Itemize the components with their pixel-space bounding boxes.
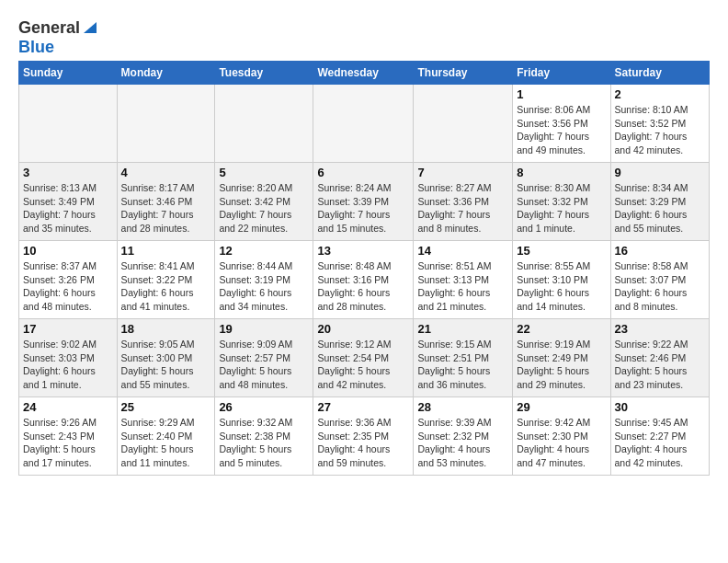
week-row-4: 17Sunrise: 9:02 AMSunset: 3:03 PMDayligh… [19, 319, 710, 397]
calendar-cell: 26Sunrise: 9:32 AMSunset: 2:38 PMDayligh… [215, 397, 313, 476]
day-number: 13 [317, 244, 409, 258]
calendar-cell: 19Sunrise: 9:09 AMSunset: 2:57 PMDayligh… [215, 319, 313, 397]
day-number: 18 [121, 322, 211, 336]
calendar-cell: 29Sunrise: 9:42 AMSunset: 2:30 PMDayligh… [513, 397, 610, 476]
day-info: Sunrise: 9:45 AMSunset: 2:27 PMDaylight:… [615, 416, 705, 470]
calendar-cell [215, 85, 313, 163]
day-info: Sunrise: 8:51 AMSunset: 3:13 PMDaylight:… [417, 259, 508, 314]
calendar-cell [19, 85, 118, 163]
calendar-cell: 17Sunrise: 9:02 AMSunset: 3:03 PMDayligh… [19, 319, 118, 397]
day-info: Sunrise: 8:30 AMSunset: 3:32 PMDaylight:… [517, 181, 606, 236]
calendar-cell: 16Sunrise: 8:58 AMSunset: 3:07 PMDayligh… [610, 241, 709, 319]
day-info: Sunrise: 8:06 AMSunset: 3:56 PMDaylight:… [517, 103, 606, 157]
day-number: 6 [317, 166, 409, 179]
header-friday: Friday [513, 62, 610, 85]
logo: General Blue [18, 18, 98, 57]
day-info: Sunrise: 9:12 AMSunset: 2:54 PMDaylight:… [317, 338, 409, 392]
week-row-1: 1Sunrise: 8:06 AMSunset: 3:56 PMDaylight… [19, 85, 710, 163]
day-number: 8 [517, 166, 606, 179]
day-number: 23 [615, 322, 705, 336]
calendar-cell: 7Sunrise: 8:27 AMSunset: 3:36 PMDaylight… [414, 163, 513, 241]
calendar-cell: 2Sunrise: 8:10 AMSunset: 3:52 PMDaylight… [610, 85, 709, 163]
calendar-cell [117, 85, 215, 163]
day-number: 16 [615, 244, 705, 258]
header-saturday: Saturday [610, 62, 709, 85]
day-number: 30 [615, 400, 705, 414]
day-info: Sunrise: 8:37 AMSunset: 3:26 PMDaylight:… [23, 259, 113, 314]
header-wednesday: Wednesday [313, 62, 414, 85]
calendar-cell: 8Sunrise: 8:30 AMSunset: 3:32 PMDaylight… [513, 163, 610, 241]
day-number: 27 [317, 400, 409, 414]
day-info: Sunrise: 8:44 AMSunset: 3:19 PMDaylight:… [219, 259, 309, 314]
day-info: Sunrise: 9:29 AMSunset: 2:40 PMDaylight:… [121, 416, 211, 470]
calendar-cell: 5Sunrise: 8:20 AMSunset: 3:42 PMDaylight… [215, 163, 313, 241]
day-info: Sunrise: 9:26 AMSunset: 2:43 PMDaylight:… [23, 416, 113, 470]
day-number: 26 [219, 400, 309, 414]
day-info: Sunrise: 8:55 AMSunset: 3:10 PMDaylight:… [517, 259, 606, 314]
header-row: SundayMondayTuesdayWednesdayThursdayFrid… [19, 62, 710, 85]
calendar-cell: 27Sunrise: 9:36 AMSunset: 2:35 PMDayligh… [313, 397, 414, 476]
logo-triangle-icon [82, 20, 98, 35]
calendar-cell: 6Sunrise: 8:24 AMSunset: 3:39 PMDaylight… [313, 163, 414, 241]
day-number: 4 [121, 166, 211, 179]
day-number: 9 [615, 166, 705, 179]
logo-blue-text: Blue [18, 38, 54, 56]
day-number: 29 [517, 400, 606, 414]
day-number: 22 [517, 322, 606, 336]
day-number: 17 [23, 322, 113, 336]
calendar-cell: 3Sunrise: 8:13 AMSunset: 3:49 PMDaylight… [19, 163, 118, 241]
calendar-cell [414, 85, 513, 163]
day-info: Sunrise: 9:05 AMSunset: 3:00 PMDaylight:… [121, 338, 211, 392]
page-header: General Blue [18, 15, 710, 57]
calendar-cell: 10Sunrise: 8:37 AMSunset: 3:26 PMDayligh… [19, 241, 118, 319]
day-info: Sunrise: 8:20 AMSunset: 3:42 PMDaylight:… [219, 181, 309, 236]
calendar-cell: 14Sunrise: 8:51 AMSunset: 3:13 PMDayligh… [414, 241, 513, 319]
calendar-cell: 24Sunrise: 9:26 AMSunset: 2:43 PMDayligh… [19, 397, 118, 476]
day-number: 12 [219, 244, 309, 258]
day-number: 24 [23, 400, 113, 414]
day-info: Sunrise: 9:19 AMSunset: 2:49 PMDaylight:… [517, 338, 606, 392]
day-number: 3 [23, 166, 113, 179]
calendar-cell: 4Sunrise: 8:17 AMSunset: 3:46 PMDaylight… [117, 163, 215, 241]
day-info: Sunrise: 9:39 AMSunset: 2:32 PMDaylight:… [417, 416, 508, 470]
day-info: Sunrise: 9:42 AMSunset: 2:30 PMDaylight:… [517, 416, 606, 470]
day-number: 19 [219, 322, 309, 336]
day-number: 2 [615, 87, 705, 101]
calendar-cell: 30Sunrise: 9:45 AMSunset: 2:27 PMDayligh… [610, 397, 709, 476]
calendar-cell: 15Sunrise: 8:55 AMSunset: 3:10 PMDayligh… [513, 241, 610, 319]
day-number: 28 [417, 400, 508, 414]
week-row-5: 24Sunrise: 9:26 AMSunset: 2:43 PMDayligh… [19, 397, 710, 476]
calendar-cell: 20Sunrise: 9:12 AMSunset: 2:54 PMDayligh… [313, 319, 414, 397]
day-number: 1 [517, 87, 606, 101]
day-info: Sunrise: 8:10 AMSunset: 3:52 PMDaylight:… [615, 103, 705, 157]
day-info: Sunrise: 8:17 AMSunset: 3:46 PMDaylight:… [121, 181, 211, 236]
day-number: 5 [219, 166, 309, 179]
week-row-3: 10Sunrise: 8:37 AMSunset: 3:26 PMDayligh… [19, 241, 710, 319]
header-thursday: Thursday [414, 62, 513, 85]
calendar-cell: 23Sunrise: 9:22 AMSunset: 2:46 PMDayligh… [610, 319, 709, 397]
calendar-cell: 18Sunrise: 9:05 AMSunset: 3:00 PMDayligh… [117, 319, 215, 397]
calendar-cell: 28Sunrise: 9:39 AMSunset: 2:32 PMDayligh… [414, 397, 513, 476]
calendar-cell: 1Sunrise: 8:06 AMSunset: 3:56 PMDaylight… [513, 85, 610, 163]
header-tuesday: Tuesday [215, 62, 313, 85]
day-number: 14 [417, 244, 508, 258]
calendar-cell: 11Sunrise: 8:41 AMSunset: 3:22 PMDayligh… [117, 241, 215, 319]
calendar-cell: 9Sunrise: 8:34 AMSunset: 3:29 PMDaylight… [610, 163, 709, 241]
calendar-cell: 22Sunrise: 9:19 AMSunset: 2:49 PMDayligh… [513, 319, 610, 397]
calendar-cell [313, 85, 414, 163]
day-number: 25 [121, 400, 211, 414]
day-info: Sunrise: 8:24 AMSunset: 3:39 PMDaylight:… [317, 181, 409, 236]
calendar-cell: 12Sunrise: 8:44 AMSunset: 3:19 PMDayligh… [215, 241, 313, 319]
day-info: Sunrise: 9:22 AMSunset: 2:46 PMDaylight:… [615, 338, 705, 392]
logo-general-text: General [18, 18, 80, 38]
header-monday: Monday [117, 62, 215, 85]
day-info: Sunrise: 8:34 AMSunset: 3:29 PMDaylight:… [615, 181, 705, 236]
day-info: Sunrise: 9:09 AMSunset: 2:57 PMDaylight:… [219, 338, 309, 392]
header-sunday: Sunday [19, 62, 118, 85]
day-info: Sunrise: 9:15 AMSunset: 2:51 PMDaylight:… [417, 338, 508, 392]
day-info: Sunrise: 8:41 AMSunset: 3:22 PMDaylight:… [121, 259, 211, 314]
day-info: Sunrise: 9:32 AMSunset: 2:38 PMDaylight:… [219, 416, 309, 470]
day-number: 20 [317, 322, 409, 336]
day-info: Sunrise: 9:02 AMSunset: 3:03 PMDaylight:… [23, 338, 113, 392]
svg-marker-0 [84, 22, 97, 33]
